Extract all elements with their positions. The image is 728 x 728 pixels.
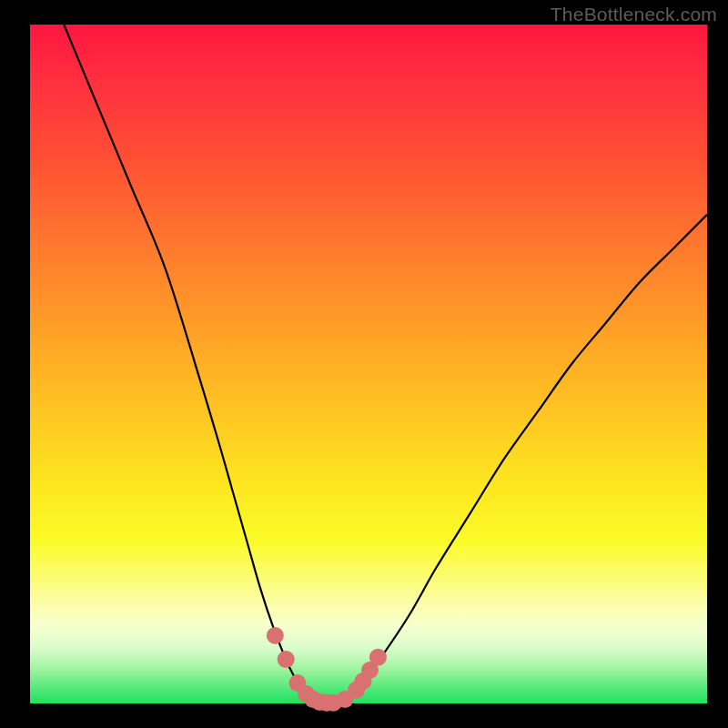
marker-group	[267, 627, 387, 712]
curve-path	[64, 25, 707, 704]
chart-svg	[0, 0, 728, 728]
curve-marker	[267, 627, 284, 644]
curve-marker	[369, 649, 387, 666]
bottleneck-curve	[64, 25, 707, 704]
chart-frame: TheBottleneck.com	[0, 0, 728, 728]
curve-marker	[278, 651, 295, 668]
watermark-text: TheBottleneck.com	[551, 4, 717, 25]
